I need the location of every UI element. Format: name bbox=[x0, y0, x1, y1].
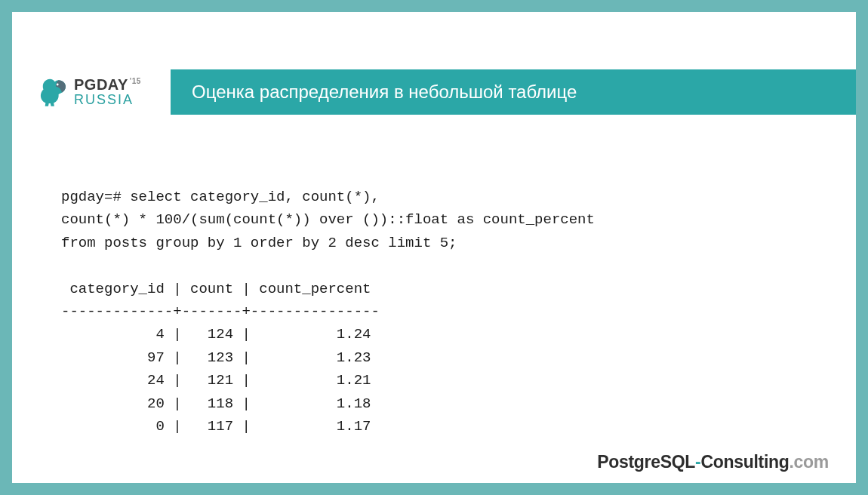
logo-bottom-line: RUSSIA bbox=[74, 93, 141, 107]
slide-title: Оценка распределения в небольшой таблице bbox=[171, 69, 856, 115]
footer-postgresql: PostgreSQL bbox=[597, 452, 695, 472]
logo-year: '15 bbox=[130, 77, 141, 85]
footer-tld: .com bbox=[790, 452, 829, 472]
slide: PGDAY'15 RUSSIA Оценка распределения в н… bbox=[12, 12, 856, 483]
logo-top-line: PGDAY'15 bbox=[74, 77, 141, 93]
svg-point-0 bbox=[57, 84, 59, 86]
elephant-icon bbox=[35, 75, 69, 109]
logo-pgday: PGDAY bbox=[74, 76, 128, 93]
sql-code-block: pgday=# select category_id, count(*), co… bbox=[61, 186, 811, 438]
slide-body: pgday=# select category_id, count(*), co… bbox=[61, 186, 811, 438]
logo-text: PGDAY'15 RUSSIA bbox=[74, 77, 141, 107]
slide-header: PGDAY'15 RUSSIA Оценка распределения в н… bbox=[12, 65, 856, 119]
footer-branding: PostgreSQL-Consulting.com bbox=[597, 452, 829, 472]
event-logo: PGDAY'15 RUSSIA bbox=[12, 75, 171, 109]
footer-consulting: Consulting bbox=[700, 452, 789, 472]
